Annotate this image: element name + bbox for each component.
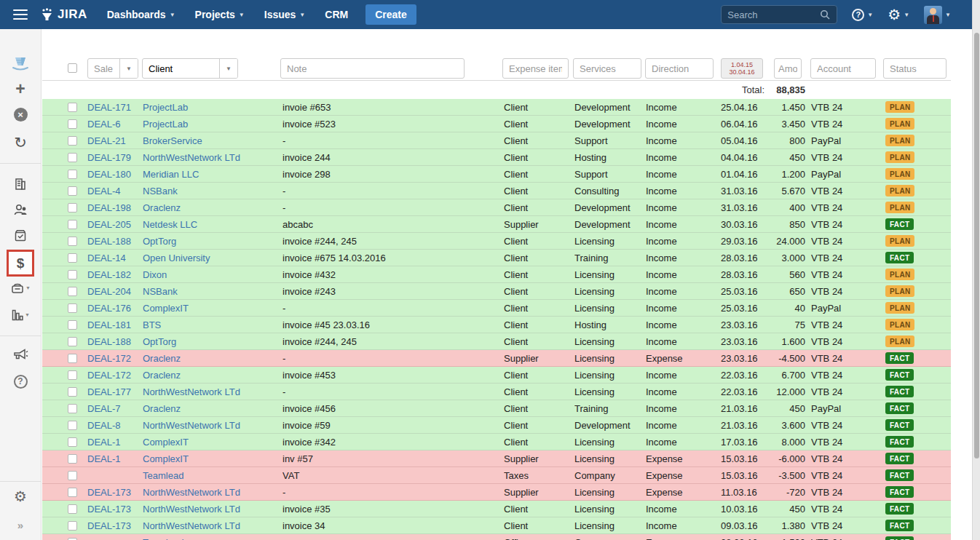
status-badge[interactable]: PLAN [885, 168, 914, 180]
deal-key-link[interactable]: DEAL-204 [87, 286, 143, 297]
services-filter-input[interactable] [573, 58, 641, 79]
status-badge[interactable]: PLAN [885, 235, 914, 247]
crm-logo-icon[interactable] [0, 56, 41, 74]
deal-key-link[interactable]: DEAL-180 [87, 169, 143, 180]
deal-key-link[interactable]: DEAL-7 [87, 403, 143, 414]
deal-key-link[interactable]: DEAL-4 [87, 186, 143, 196]
status-badge[interactable]: FACT [885, 436, 914, 448]
counterparty-link[interactable]: NorthWestNetwork LTd [143, 420, 282, 431]
create-button[interactable]: Create [365, 4, 416, 25]
row-checkbox[interactable] [68, 303, 77, 313]
date-range-button[interactable]: 1.04.15 30.04.16 [721, 58, 763, 79]
status-badge[interactable]: FACT [885, 218, 914, 230]
row-checkbox[interactable] [68, 437, 77, 447]
deal-key-link[interactable]: DEAL-188 [87, 236, 143, 247]
counterparty-link[interactable]: ComplexIT [143, 303, 282, 314]
amount-filter-input[interactable] [774, 58, 802, 79]
vertical-scrollbar[interactable] [972, 0, 980, 540]
deal-key-link[interactable]: DEAL-176 [87, 303, 143, 314]
counterparty-link[interactable]: Oraclenz [143, 202, 282, 213]
deal-key-link[interactable]: DEAL-1 [87, 437, 143, 448]
row-checkbox[interactable] [68, 354, 77, 363]
status-badge[interactable]: FACT [885, 419, 914, 431]
counterparty-link[interactable]: OptTorg [143, 236, 282, 247]
row-checkbox[interactable] [68, 337, 77, 346]
note-filter-input[interactable] [280, 58, 465, 79]
status-badge[interactable]: FACT [885, 453, 914, 464]
status-badge[interactable]: PLAN [885, 185, 914, 196]
sidebar-help-icon[interactable]: ? [0, 374, 41, 389]
contacts-icon[interactable] [0, 202, 41, 217]
help-menu[interactable]: ? ▼ [852, 9, 873, 21]
transaction-type-select[interactable]: Sale ▼ [87, 58, 138, 79]
row-checkbox[interactable] [68, 220, 77, 229]
redo-icon[interactable]: ↻ [0, 135, 41, 151]
deal-key-link[interactable]: DEAL-14 [87, 253, 143, 263]
row-checkbox[interactable] [68, 454, 77, 464]
counterparty-link[interactable]: ProjectLab [143, 102, 282, 113]
counterparty-link[interactable]: Teamlead [143, 470, 282, 481]
nav-projects[interactable]: Projects▼ [195, 9, 245, 20]
row-checkbox[interactable] [68, 504, 77, 514]
counterparty-link[interactable]: NorthWestNetwork LTd [143, 520, 282, 531]
counterparty-link[interactable]: Teamlead [143, 537, 282, 540]
products-icon[interactable] [0, 229, 41, 243]
deal-key-link[interactable]: DEAL-198 [87, 202, 143, 213]
row-checkbox[interactable] [68, 320, 77, 330]
counterparty-link[interactable]: Dixon [143, 269, 282, 280]
deal-key-link[interactable]: DEAL-21 [87, 135, 143, 146]
row-checkbox[interactable] [68, 270, 77, 279]
status-badge[interactable]: PLAN [885, 135, 914, 146]
deal-key-link[interactable]: DEAL-1 [87, 453, 143, 464]
counterparty-link[interactable]: BTS [143, 319, 282, 330]
reports-icon[interactable]: ▼ [0, 308, 41, 322]
status-badge[interactable]: FACT [885, 369, 914, 381]
counterparty-link[interactable]: NSBank [143, 286, 282, 297]
counterparty-link[interactable]: NorthWestNetwork LTd [143, 386, 282, 397]
app-switcher-icon[interactable] [13, 9, 28, 20]
row-checkbox[interactable] [68, 170, 77, 179]
expense-items-filter-input[interactable] [502, 58, 569, 79]
deal-key-link[interactable]: DEAL-173 [87, 520, 143, 531]
direction-filter-input[interactable] [645, 58, 714, 79]
counterparty-link[interactable]: ComplexIT [143, 437, 282, 448]
status-badge[interactable]: FACT [885, 520, 914, 531]
counterparty-link[interactable]: OptTorg [143, 336, 282, 347]
dropdown-button[interactable]: ▼ [219, 59, 237, 78]
counterparty-link[interactable]: NorthWestNetwork LTd [143, 504, 282, 515]
search-box[interactable] [721, 5, 837, 24]
row-checkbox[interactable] [68, 387, 77, 397]
account-filter-input[interactable] [810, 58, 876, 79]
sidebar-settings-icon[interactable]: ⚙ [0, 489, 41, 504]
status-badge[interactable]: FACT [885, 503, 914, 515]
user-profile-menu[interactable]: ▼ [924, 6, 951, 24]
row-checkbox[interactable] [68, 287, 77, 296]
status-filter-input[interactable] [883, 58, 947, 79]
row-checkbox[interactable] [68, 136, 77, 146]
counterparty-link[interactable]: BrokerService [143, 135, 282, 146]
row-checkbox[interactable] [68, 471, 77, 480]
deal-key-link[interactable]: DEAL-188 [87, 336, 143, 347]
deal-key-link[interactable]: DEAL-182 [87, 269, 143, 280]
deal-key-link[interactable]: DEAL-8 [87, 420, 143, 431]
deal-key-link[interactable]: DEAL-6 [87, 119, 143, 130]
counterparty-link[interactable]: ProjectLab [143, 119, 282, 130]
announcement-icon[interactable] [0, 347, 41, 362]
counterparty-link[interactable]: Open University [143, 253, 282, 263]
status-badge[interactable]: PLAN [885, 285, 914, 297]
status-badge[interactable]: FACT [885, 252, 914, 263]
row-checkbox[interactable] [68, 103, 77, 112]
counterparty-link[interactable]: ComplexIT [143, 453, 282, 464]
counterparty-link[interactable]: Meridian LLC [143, 169, 282, 180]
row-checkbox[interactable] [68, 119, 77, 129]
counterparty-link[interactable]: Oraclenz [143, 353, 282, 364]
counterparty-select[interactable]: Client ▼ [142, 58, 238, 79]
add-icon[interactable]: + [0, 81, 41, 98]
deal-key-link[interactable]: DEAL-173 [87, 487, 143, 498]
search-input[interactable] [727, 9, 820, 20]
row-checkbox[interactable] [68, 253, 77, 263]
status-badge[interactable]: FACT [885, 469, 914, 481]
row-checkbox[interactable] [68, 237, 77, 246]
nav-issues[interactable]: Issues▼ [264, 9, 306, 20]
status-badge[interactable]: PLAN [885, 302, 914, 314]
